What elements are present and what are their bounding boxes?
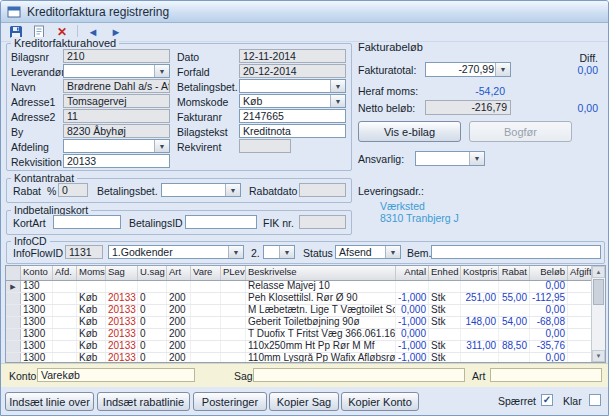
momskode-combo[interactable]: Køb ▼ <box>239 94 346 108</box>
table-cell[interactable] <box>138 281 167 292</box>
table-cell[interactable]: 55,00 <box>499 293 530 304</box>
table-cell[interactable] <box>568 305 591 316</box>
table-cell[interactable]: 200 <box>167 317 191 328</box>
table-cell[interactable]: 0,000 <box>396 329 429 340</box>
vertical-scrollbar[interactable]: ▲ ▼ <box>591 266 605 362</box>
table-cell[interactable] <box>568 281 591 292</box>
table-cell[interactable] <box>568 329 591 340</box>
posteringer-button[interactable]: Posteringer <box>193 392 267 411</box>
scroll-track[interactable] <box>592 306 605 350</box>
table-cell[interactable] <box>568 353 591 362</box>
chevron-down-icon[interactable]: ▼ <box>279 246 294 258</box>
table-cell[interactable]: Køb <box>77 317 106 328</box>
row-selector[interactable] <box>6 329 21 340</box>
row-selector[interactable] <box>6 317 21 328</box>
table-cell[interactable] <box>461 281 499 292</box>
godkender1-combo[interactable]: 1.Godkender ▼ <box>108 245 244 259</box>
netto-field[interactable]: -216,79 <box>425 100 511 115</box>
table-cell[interactable]: -1,000 <box>396 317 429 328</box>
table-cell[interactable] <box>191 281 221 292</box>
column-header[interactable]: Afd. <box>53 266 77 280</box>
betalingsbet-combo[interactable]: ▼ <box>239 79 346 93</box>
footer-konto-field[interactable]: Varekøb <box>37 368 195 382</box>
table-cell[interactable]: Køb <box>77 305 106 316</box>
chevron-down-icon[interactable]: ▼ <box>330 95 345 107</box>
scroll-up-icon[interactable]: ▲ <box>592 266 605 278</box>
table-cell[interactable] <box>221 341 246 352</box>
column-header[interactable]: Konto <box>21 266 53 280</box>
table-cell[interactable] <box>167 281 191 292</box>
table-cell[interactable]: -1,000 <box>396 293 429 304</box>
table-cell[interactable] <box>53 353 77 362</box>
table-cell[interactable] <box>221 293 246 304</box>
scroll-down-icon[interactable]: ▼ <box>592 350 605 362</box>
table-cell[interactable]: Peh Klosettilsl. Rør Ø 90 <box>246 293 396 304</box>
table-row[interactable]: 1300Køb201330200110mm Lysgrå Pp Wafix Af… <box>6 353 591 362</box>
column-header[interactable]: Antal <box>396 266 429 280</box>
table-cell[interactable] <box>499 329 530 340</box>
kortart-field[interactable] <box>53 215 121 229</box>
table-cell[interactable]: Stk <box>429 317 461 328</box>
table-cell[interactable] <box>461 305 499 316</box>
table-cell[interactable]: Stk <box>429 293 461 304</box>
table-cell[interactable] <box>429 329 461 340</box>
table-cell[interactable] <box>461 329 499 340</box>
fiknr-field[interactable] <box>299 215 346 229</box>
titlebar[interactable]: Kreditorfaktura registrering <box>1 1 608 23</box>
table-cell[interactable]: -1,000 <box>396 353 429 362</box>
table-cell[interactable] <box>106 281 138 292</box>
table-cell[interactable]: 20133 <box>106 305 138 316</box>
table-cell[interactable]: 88,50 <box>499 341 530 352</box>
table-cell[interactable] <box>53 341 77 352</box>
table-cell[interactable]: 110x250mm Ht Pp Rør M Mf <box>246 341 396 352</box>
chevron-down-icon[interactable]: ▼ <box>469 152 484 165</box>
table-cell[interactable]: 200 <box>167 329 191 340</box>
table-cell[interactable] <box>221 305 246 316</box>
table-cell[interactable]: 1300 <box>21 293 53 304</box>
bilagsnr-field[interactable]: 210 <box>63 49 170 63</box>
table-cell[interactable]: Køb <box>77 353 106 362</box>
table-cell[interactable]: -35,76 <box>530 341 568 352</box>
table-cell[interactable]: 54,00 <box>499 317 530 328</box>
column-header[interactable]: Vare <box>191 266 221 280</box>
table-cell[interactable]: 20133 <box>106 353 138 362</box>
table-cell[interactable]: 20133 <box>106 341 138 352</box>
table-cell[interactable]: 0 <box>138 305 167 316</box>
table-cell[interactable] <box>191 329 221 340</box>
table-cell[interactable]: 20133 <box>106 293 138 304</box>
table-cell[interactable]: 130 <box>21 281 53 292</box>
kopier-sag-button[interactable]: Kopier Sag <box>269 392 339 411</box>
status-combo[interactable]: Afsend ▼ <box>335 245 401 259</box>
table-cell[interactable]: Køb <box>77 329 106 340</box>
column-header[interactable]: Beløb <box>530 266 568 280</box>
footer-art-field[interactable] <box>490 368 602 382</box>
table-cell[interactable]: 110mm Lysgrå Pp Wafix Afløbsrør <box>246 353 396 362</box>
column-header[interactable]: Sag <box>106 266 138 280</box>
table-cell[interactable] <box>221 317 246 328</box>
table-cell[interactable]: 20133 <box>106 317 138 328</box>
table-cell[interactable]: 251,00 <box>461 293 499 304</box>
adresse1-field[interactable]: Tomsagervej <box>63 94 170 108</box>
table-cell[interactable]: -112,95 <box>530 293 568 304</box>
infoflowid-field[interactable]: 1131 <box>65 245 103 259</box>
table-cell[interactable]: 200 <box>167 305 191 316</box>
table-cell[interactable] <box>191 305 221 316</box>
table-cell[interactable]: T Duofix T Fritst Væg 366.061.16.1 <box>246 329 396 340</box>
table-cell[interactable]: 0,00 <box>530 305 568 316</box>
column-header[interactable]: Afgift <box>568 266 591 280</box>
forfald-field[interactable]: 20-12-2014 <box>239 64 346 78</box>
table-cell[interactable]: 200 <box>167 293 191 304</box>
leverandor-combo[interactable]: ▼ <box>63 64 170 78</box>
table-cell[interactable] <box>77 281 106 292</box>
rabatdato-field[interactable] <box>299 183 346 197</box>
footer-sag-field[interactable] <box>253 368 465 382</box>
table-cell[interactable] <box>191 293 221 304</box>
table-cell[interactable] <box>499 353 530 362</box>
table-cell[interactable]: -68,08 <box>530 317 568 328</box>
column-header[interactable]: Kostpris <box>461 266 499 280</box>
table-cell[interactable] <box>53 293 77 304</box>
table-cell[interactable]: Stk <box>429 341 461 352</box>
vis-ebilag-button[interactable]: Vis e-bilag <box>358 121 461 142</box>
table-cell[interactable] <box>568 317 591 328</box>
table-cell[interactable]: 1300 <box>21 305 53 316</box>
